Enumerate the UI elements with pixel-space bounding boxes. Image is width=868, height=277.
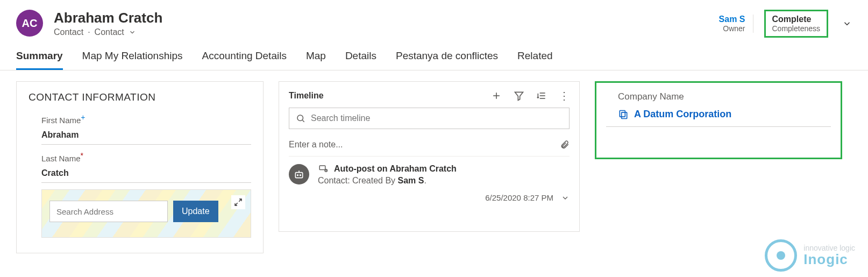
company-card: Company Name A Datum Corporation	[595, 81, 842, 159]
owner-value[interactable]: Sam S	[719, 15, 745, 24]
timeline-search-input[interactable]	[311, 113, 563, 123]
search-icon	[296, 113, 305, 123]
timeline-title: Timeline	[289, 91, 324, 101]
post-chevron-down-icon[interactable]	[561, 194, 570, 202]
tab-summary[interactable]: Summary	[16, 50, 63, 70]
address-search-input[interactable]	[49, 201, 168, 222]
map-area[interactable]: Update	[41, 189, 251, 238]
completeness-label: Completeness	[772, 24, 821, 33]
sort-icon[interactable]	[536, 90, 547, 101]
autopost-type-icon	[318, 164, 329, 174]
page-title: Abraham Cratch	[54, 10, 162, 26]
note-placeholder[interactable]: Enter a note...	[289, 140, 343, 150]
first-name-label: First Name+	[41, 113, 251, 125]
contact-info-title: CONTACT INFORMATION	[29, 91, 251, 103]
expand-icon[interactable]	[231, 195, 245, 209]
last-name-label: Last Name*	[41, 151, 251, 163]
last-name-value[interactable]: Cratch	[41, 163, 251, 183]
attachment-icon[interactable]	[560, 140, 570, 150]
svg-rect-15	[620, 110, 625, 117]
form-name: Contact	[95, 27, 124, 37]
post-subtitle: Contact: Created By Sam S.	[318, 176, 570, 186]
entity-type: Contact	[54, 27, 83, 37]
timeline-post[interactable]: Auto-post on Abraham Cratch Contact: Cre…	[289, 164, 570, 202]
svg-rect-13	[319, 166, 325, 170]
company-name: A Datum Corporation	[634, 109, 731, 120]
company-label: Company Name	[606, 91, 831, 102]
owner-label: Owner	[719, 24, 745, 33]
separator-dot: ·	[88, 27, 90, 37]
filter-icon[interactable]	[514, 90, 524, 101]
timeline-card: Timeline ⋮ Enter a note...	[279, 81, 580, 232]
tab-related[interactable]: Related	[517, 50, 553, 70]
tab-map-relationships[interactable]: Map My Relationships	[82, 50, 183, 70]
company-link[interactable]: A Datum Corporation	[606, 109, 831, 127]
contact-info-card: CONTACT INFORMATION First Name+ Abraham …	[16, 81, 264, 253]
more-icon[interactable]: ⋮	[559, 90, 570, 101]
svg-line-1	[235, 203, 238, 205]
update-button[interactable]: Update	[173, 201, 218, 222]
entity-subtitle[interactable]: Contact · Contact	[54, 27, 162, 37]
tab-map[interactable]: Map	[306, 50, 326, 70]
completeness-box: Complete Completeness	[764, 10, 829, 38]
entity-icon	[618, 109, 629, 120]
svg-marker-4	[515, 92, 523, 100]
tab-bar: Summary Map My Relationships Accounting …	[0, 37, 868, 70]
completeness-value: Complete	[772, 15, 821, 24]
watermark-logo: innovative logic Inogic	[765, 239, 855, 272]
svg-line-0	[239, 199, 241, 202]
post-datetime: 6/25/2020 8:27 PM	[485, 193, 553, 202]
tab-conflictes[interactable]: Pestanya de conflictes	[396, 50, 498, 70]
svg-point-12	[300, 175, 301, 176]
svg-rect-10	[295, 173, 302, 178]
add-icon[interactable]	[491, 90, 502, 101]
watermark-brand: Inogic	[803, 252, 855, 267]
first-name-value[interactable]: Abraham	[41, 125, 251, 145]
tab-accounting-details[interactable]: Accounting Details	[202, 50, 287, 70]
svg-line-9	[302, 120, 304, 122]
svg-point-11	[297, 175, 298, 176]
svg-rect-16	[622, 112, 627, 118]
avatar: AC	[16, 10, 43, 37]
timeline-search[interactable]	[289, 108, 570, 129]
bot-icon	[289, 164, 309, 184]
svg-point-8	[297, 115, 303, 121]
chevron-down-icon[interactable]	[129, 29, 136, 36]
tab-details[interactable]: Details	[345, 50, 376, 70]
post-title: Auto-post on Abraham Cratch	[334, 164, 457, 174]
header-chevron-down-icon[interactable]	[842, 19, 852, 29]
